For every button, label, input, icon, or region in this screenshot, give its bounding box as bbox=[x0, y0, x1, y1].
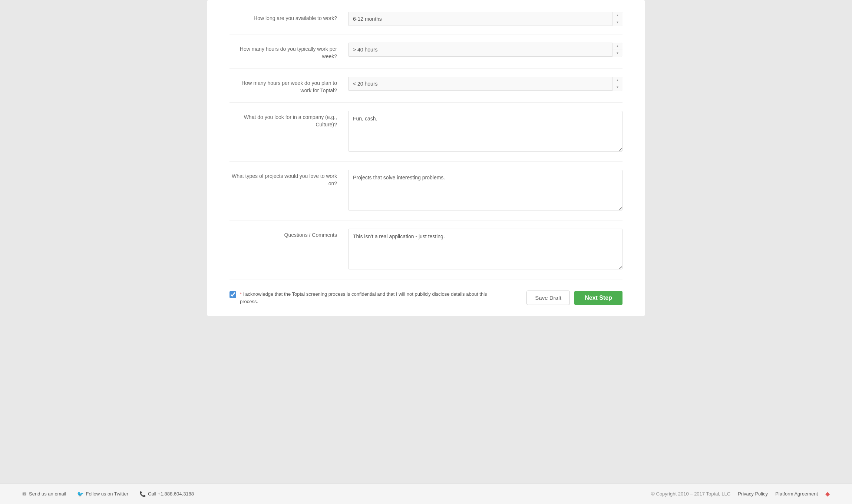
privacy-policy-link[interactable]: Privacy Policy bbox=[738, 491, 768, 497]
questions-comments-control: This isn't a real application - just tes… bbox=[348, 229, 623, 271]
toptal-hours-row: How many hours per week do you plan to w… bbox=[229, 69, 623, 103]
company-culture-control: Fun, cash. bbox=[348, 111, 623, 153]
project-types-label: What types of projects would you love to… bbox=[229, 170, 348, 187]
phone-label: Call +1.888.604.3188 bbox=[148, 491, 194, 497]
hours-per-week-select-wrapper: > 40 hours < 20 hours 20-30 hours 30-40 … bbox=[348, 43, 623, 57]
toptal-hours-control: < 20 hours 20-30 hours 30-40 hours > 40 … bbox=[348, 77, 623, 91]
company-culture-textarea[interactable]: Fun, cash. bbox=[348, 111, 623, 152]
footer: ✉ Send us an email 🐦 Follow us on Twitte… bbox=[0, 483, 852, 504]
hours-per-week-row: How many hours do you typically work per… bbox=[229, 34, 623, 69]
availability-duration-label: How long are you available to work? bbox=[229, 12, 348, 22]
project-types-control: Projects that solve interesting problems… bbox=[348, 170, 623, 212]
platform-agreement-link[interactable]: Platform Agreement bbox=[775, 491, 818, 497]
toptal-hours-label: How many hours per week do you plan to w… bbox=[229, 77, 348, 94]
project-types-row: What types of projects would you love to… bbox=[229, 162, 623, 220]
bottom-bar: *I acknowledge that the Toptal screening… bbox=[229, 283, 623, 305]
company-culture-label: What do you look for in a company (e.g.,… bbox=[229, 111, 348, 128]
email-link[interactable]: ✉ Send us an email bbox=[22, 491, 66, 497]
phone-link[interactable]: 📞 Call +1.888.604.3188 bbox=[139, 491, 194, 497]
project-types-textarea[interactable]: Projects that solve interesting problems… bbox=[348, 170, 623, 210]
availability-duration-row: How long are you available to work? 6-12… bbox=[229, 4, 623, 34]
email-label: Send us an email bbox=[29, 491, 66, 497]
diamond-icon: ◆ bbox=[825, 490, 830, 497]
hours-per-week-label: How many hours do you typically work per… bbox=[229, 43, 348, 60]
toptal-hours-select-wrapper: < 20 hours 20-30 hours 30-40 hours > 40 … bbox=[348, 77, 623, 91]
hours-per-week-control: > 40 hours < 20 hours 20-30 hours 30-40 … bbox=[348, 43, 623, 57]
save-draft-button[interactable]: Save Draft bbox=[526, 291, 570, 305]
availability-duration-select-wrapper: 6-12 months < 1 month 1-3 months 3-6 mon… bbox=[348, 12, 623, 26]
twitter-label: Follow us on Twitter bbox=[86, 491, 128, 497]
availability-duration-select[interactable]: 6-12 months < 1 month 1-3 months 3-6 mon… bbox=[348, 12, 623, 26]
email-icon: ✉ bbox=[22, 491, 27, 497]
company-culture-row: What do you look for in a company (e.g.,… bbox=[229, 103, 623, 162]
toptal-hours-select[interactable]: < 20 hours 20-30 hours 30-40 hours > 40 … bbox=[348, 77, 623, 91]
action-buttons: Save Draft Next Step bbox=[526, 291, 623, 305]
required-star: * bbox=[240, 291, 242, 297]
questions-comments-row: Questions / Comments This isn't a real a… bbox=[229, 220, 623, 279]
footer-right: © Copyright 2010 – 2017 Toptal, LLC Priv… bbox=[651, 490, 830, 497]
acknowledgment-wrap: *I acknowledge that the Toptal screening… bbox=[229, 291, 519, 305]
next-step-button[interactable]: Next Step bbox=[574, 291, 623, 305]
acknowledgment-text-content: I acknowledge that the Toptal screening … bbox=[240, 291, 487, 304]
acknowledgment-text: *I acknowledge that the Toptal screening… bbox=[240, 291, 499, 305]
twitter-icon: 🐦 bbox=[77, 491, 83, 497]
questions-comments-label: Questions / Comments bbox=[229, 229, 348, 239]
phone-icon: 📞 bbox=[139, 491, 146, 497]
footer-left: ✉ Send us an email 🐦 Follow us on Twitte… bbox=[22, 491, 194, 497]
questions-comments-textarea[interactable]: This isn't a real application - just tes… bbox=[348, 229, 623, 269]
availability-duration-control: 6-12 months < 1 month 1-3 months 3-6 mon… bbox=[348, 12, 623, 26]
hours-per-week-select[interactable]: > 40 hours < 20 hours 20-30 hours 30-40 … bbox=[348, 43, 623, 57]
copyright-text: © Copyright 2010 – 2017 Toptal, LLC bbox=[651, 491, 730, 497]
twitter-link[interactable]: 🐦 Follow us on Twitter bbox=[77, 491, 128, 497]
acknowledgment-checkbox[interactable] bbox=[229, 291, 236, 298]
